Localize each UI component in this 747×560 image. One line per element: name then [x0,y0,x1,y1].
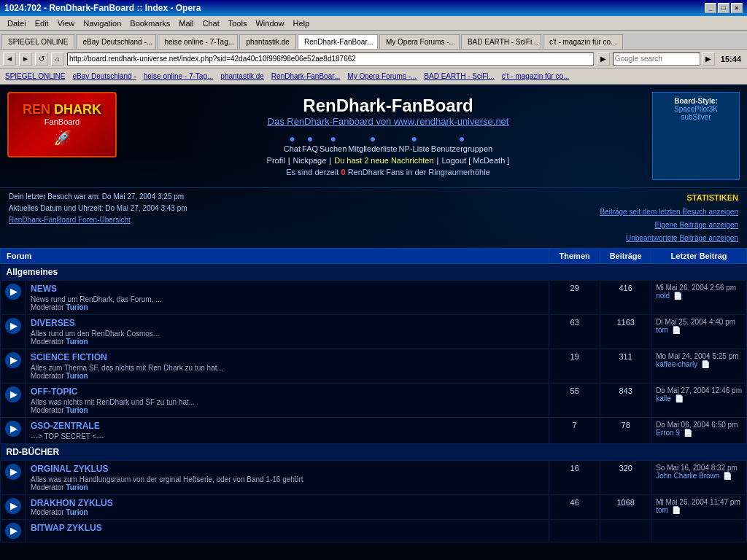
browser-tab[interactable]: phantastik.de [239,34,296,49]
logo-spaceship: 🚀 [53,129,71,147]
nav-link-chat[interactable]: Chat [284,144,301,153]
arrow-icon[interactable]: ▶ [5,498,21,514]
arrow-icon[interactable]: ▶ [5,318,21,334]
reload-button[interactable]: ↺ [35,52,48,66]
nav-link-np-liste[interactable]: NP-Liste [399,144,430,153]
forum-icon-cell: ▶ [1,383,26,417]
nav-link-suchen[interactable]: Suchen [320,144,347,153]
stats-link[interactable]: Unbeantwortete Beiträge anzeigen [626,234,738,242]
table-row: ▶NEWSNews rund um RenDhark, das Forum, .… [1,280,747,314]
forum-info-cell: DIVERSESAlles rund um den RenDhark Cosmo… [26,314,549,349]
nav-link-mitgliederliste[interactable]: Mitgliederliste [348,144,397,153]
moderator-link[interactable]: Turion [66,406,88,414]
nav-link2-profil[interactable]: Profil [267,156,285,165]
nav-link2-nickpage[interactable]: Nickpage [293,156,327,165]
forum-name-link[interactable]: DRAKHON ZYKLUS [31,498,113,508]
th-beitraege: Beiträge [600,248,651,263]
info-left: Dein letzter Besuch war am: Do Mai 27, 2… [9,191,187,245]
forum-info-cell: BITWAP ZYKLUS [26,519,549,542]
menu-help[interactable]: Help [289,18,314,29]
quicklink-item[interactable]: c't - magazin für co... [500,72,572,80]
browser-tab[interactable]: eBay Deutschland -... [76,34,156,49]
post-icon: 📄 [723,472,732,480]
forum-name-link[interactable]: OFF-TOPIC [31,386,77,397]
last-post-user[interactable]: kaffee-charly [656,360,697,368]
forum-name-link[interactable]: GSO-ZENTRALE [31,421,100,431]
nav-link-benutzergruppen[interactable]: Benutzergruppen [431,144,492,153]
browser-tab[interactable]: SPIEGEL ONLINE [1,34,74,49]
last-post-cell: Di Mai 25, 2004 4:40 pmtom 📄 [651,314,747,349]
search-input[interactable] [613,52,700,66]
forum-icon-cell: ▶ [1,519,26,542]
minimize-button[interactable]: _ [705,3,716,13]
moderator-link[interactable]: Turion [66,372,88,380]
last-post-user[interactable]: tom [656,506,668,514]
forum-info-cell: GSO-ZENTRALE---> TOP SECRET <--- [26,417,549,443]
menu-datei[interactable]: Datei [3,18,31,29]
last-post-user[interactable]: kalle [656,394,671,402]
browser-tab[interactable]: RenDhark-FanBoar... [298,34,378,49]
nav-link2-logout-[-m[interactable]: Logout [ McDeath ] [441,156,509,165]
overview-link[interactable]: RenDhark-FanBoard Foren-Übersicht [9,216,131,224]
themen-count: 16 [549,460,600,494]
home-button[interactable]: ⌂ [51,52,64,66]
themen-count: 46 [549,494,600,519]
maximize-button[interactable]: □ [718,3,729,13]
nav-link2-du-hast-2-[interactable]: Du hast 2 neue Nachrichten [334,156,433,165]
menu-window[interactable]: Window [251,18,288,29]
browser-tab[interactable]: BAD EARTH - SciFi... [461,34,541,49]
menu-bookmarks[interactable]: Bookmarks [125,18,174,29]
menu-chat[interactable]: Chat [198,18,224,29]
arrow-icon[interactable]: ▶ [5,352,21,368]
go-button[interactable]: ▶ [597,52,610,66]
browser-tab[interactable]: My Opera Forums -... [379,34,460,49]
th-forum: Forum [1,248,549,263]
menu-view[interactable]: View [53,18,80,29]
forum-name-link[interactable]: SCIENCE FICTION [31,352,107,362]
browser-tab[interactable]: heise online - 7-Tag... [158,34,238,49]
quicklink-item[interactable]: SPIEGEL ONLINE [3,72,67,80]
last-post-user[interactable]: tom [656,326,668,334]
back-button[interactable]: ◄ [3,52,16,66]
quicklink-item[interactable]: eBay Deutschland - [70,72,138,80]
forum-moderator: Moderator Turion [31,508,544,516]
moderator-link[interactable]: Turion [66,303,88,311]
close-button[interactable]: × [731,3,743,13]
moderator-link[interactable]: Turion [66,508,88,516]
quicklink-item[interactable]: RenDhark-FanBoar... [269,72,343,80]
menu-mail[interactable]: Mail [174,18,198,29]
quicklink-item[interactable]: My Opera Forums -... [345,72,419,80]
menu-tools[interactable]: Tools [224,18,252,29]
menu-navigation[interactable]: Navigation [79,18,125,29]
section-header: Allgemeines [1,263,747,280]
moderator-link[interactable]: Turion [66,483,88,491]
stats-link[interactable]: Beiträge seit dem letzten Besuch anzeige… [600,208,738,216]
forum-name-link[interactable]: ORGINAL ZYKLUS [31,464,108,474]
post-icon: 📄 [684,429,692,437]
last-post-user[interactable]: Erron 9 [656,429,680,437]
url-input[interactable] [67,52,594,66]
arrow-icon[interactable]: ▶ [5,523,21,539]
arrow-icon[interactable]: ▶ [5,284,21,300]
board-subtitle[interactable]: Das RenDhark-Fanboard von www.rendhark-u… [128,116,649,127]
forum-name-link[interactable]: BITWAP ZYKLUS [31,523,102,533]
last-post-user[interactable]: John Charlie Brown [656,472,719,480]
quicklink-item[interactable]: BAD EARTH - SciFi... [422,72,497,80]
forward-button[interactable]: ► [19,52,32,66]
menu-edit[interactable]: Edit [31,18,53,29]
arrow-icon[interactable]: ▶ [5,421,21,437]
arrow-icon[interactable]: ▶ [5,464,21,480]
quicklink-item[interactable]: phantastik.de [218,72,266,80]
search-button[interactable]: ▶ [702,52,715,66]
forum-icon-cell: ▶ [1,494,26,519]
forum-name-link[interactable]: DIVERSES [31,318,75,328]
browser-tab[interactable]: c't - magazin für co... [543,34,623,49]
stats-link[interactable]: Eigene Beiträge anzeigen [654,221,738,229]
board-title: RenDhark-FanBoard [128,96,649,116]
arrow-icon[interactable]: ▶ [5,386,21,402]
moderator-link[interactable]: Turion [66,338,88,346]
forum-name-link[interactable]: NEWS [31,284,57,294]
last-post-user[interactable]: noid [656,292,670,300]
nav-link-faq[interactable]: FAQ [302,144,318,153]
quicklink-item[interactable]: heise online - 7-Tag... [142,72,216,80]
